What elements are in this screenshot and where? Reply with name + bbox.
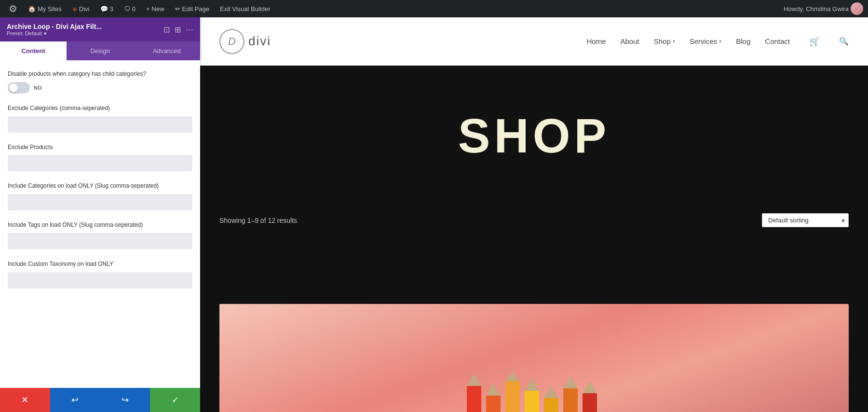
- sort-select[interactable]: Default sorting Sort by popularity Sort …: [762, 213, 849, 227]
- nav-home[interactable]: Home: [586, 37, 606, 45]
- exclude-products-input[interactable]: [8, 155, 192, 171]
- nav-contact[interactable]: Contact: [765, 37, 790, 45]
- svg-marker-10: [525, 379, 539, 391]
- my-sites-button[interactable]: 🏠 My Sites: [24, 0, 66, 17]
- svg-marker-4: [486, 384, 501, 396]
- logo-text: divi: [248, 34, 271, 49]
- exit-builder-label: Exit Visual Builder: [220, 5, 271, 13]
- toggle-no-label: NO: [34, 85, 42, 91]
- panel-preset[interactable]: Preset: Default ▾: [7, 30, 102, 37]
- admin-bar: ⚙ 🏠 My Sites ◈ Divi 💬 3 🗨 0 + New ✏ Edit…: [0, 0, 868, 17]
- site-header: D divi Home About Shop ▾ Services ▾: [200, 17, 868, 66]
- admin-bar-left: ⚙ 🏠 My Sites ◈ Divi 💬 3 🗨 0 + New ✏ Edit…: [5, 0, 784, 17]
- svg-marker-1: [467, 374, 481, 386]
- nav-shop-label: Shop: [654, 37, 671, 45]
- main-layout: Archive Loop - Divi Ajax Filt... Preset:…: [0, 17, 868, 412]
- nav-services-arrow: ▾: [719, 39, 721, 44]
- hero-section: SHOP: [200, 66, 868, 206]
- panel-header: Archive Loop - Divi Ajax Filt... Preset:…: [0, 17, 200, 41]
- toggle-wrapper: NO: [8, 82, 192, 94]
- avatar[interactable]: [851, 2, 863, 15]
- chevron-down-icon: ▾: [44, 30, 47, 37]
- user-greeting: Howdy, Christina Gwira: [784, 5, 849, 13]
- my-sites-label: My Sites: [38, 5, 62, 13]
- field-exclude-products: Exclude Products: [8, 143, 192, 172]
- svg-rect-9: [525, 391, 539, 412]
- product-image-large: •••: [219, 304, 849, 412]
- sort-wrapper: Default sorting Sort by popularity Sort …: [762, 213, 849, 227]
- shop-toolbar: Showing 1–9 of 12 results Default sortin…: [219, 206, 849, 235]
- preset-label: Preset: Default: [7, 30, 42, 36]
- nav-contact-label: Contact: [765, 37, 790, 45]
- redo-icon: ↪: [122, 395, 129, 405]
- field-include-tags-load: Include Tags on load ONLY (Slug comma-se…: [8, 221, 192, 249]
- window-icon[interactable]: ⊡: [163, 25, 170, 34]
- grid-icon[interactable]: ⊞: [175, 25, 181, 34]
- avatar-image: [851, 2, 863, 15]
- preview-area: D divi Home About Shop ▾ Services ▾: [200, 17, 868, 412]
- nav-about-label: About: [620, 37, 639, 45]
- cancel-button[interactable]: ✕: [0, 388, 50, 412]
- nav-blog-label: Blog: [736, 37, 750, 45]
- exit-builder-button[interactable]: Exit Visual Builder: [216, 0, 274, 17]
- comments-button[interactable]: 💬 3: [96, 0, 117, 17]
- exclude-categories-input[interactable]: [8, 116, 192, 133]
- svg-rect-18: [583, 393, 597, 412]
- panel-actions: ✕ ↩ ↪ ✓: [0, 388, 200, 412]
- svg-marker-7: [505, 371, 520, 381]
- save-button[interactable]: ✓: [150, 388, 200, 412]
- disable-products-toggle[interactable]: [8, 82, 30, 94]
- svg-rect-6: [505, 381, 520, 412]
- undo-button[interactable]: ↩: [50, 388, 100, 412]
- redo-button[interactable]: ↪: [100, 388, 150, 412]
- svg-rect-3: [486, 396, 501, 412]
- cart-icon[interactable]: 🛒: [809, 36, 820, 47]
- nav-services-label: Services: [690, 37, 718, 45]
- tab-design-label: Design: [90, 47, 109, 55]
- include-categories-load-input[interactable]: [8, 194, 192, 210]
- admin-bar-right: Howdy, Christina Gwira: [784, 2, 863, 15]
- search-icon[interactable]: 🔍: [839, 37, 849, 46]
- include-custom-taxonomy-input[interactable]: [8, 272, 192, 288]
- new-button[interactable]: + New: [142, 0, 168, 17]
- nav-services[interactable]: Services ▾: [690, 37, 722, 45]
- plus-icon: +: [146, 5, 150, 13]
- tab-content-label: Content: [22, 47, 45, 55]
- svg-rect-12: [544, 398, 558, 412]
- divi-button[interactable]: ◈ Divi: [68, 0, 94, 17]
- more-options-icon[interactable]: ⋯: [186, 25, 193, 34]
- svg-marker-13: [544, 386, 558, 398]
- my-sites-icon: 🏠: [28, 5, 36, 13]
- nav-home-label: Home: [586, 37, 606, 45]
- field-disable-products: Disable products when category has child…: [8, 70, 192, 94]
- shop-hero-title: SHOP: [458, 108, 610, 164]
- nav-about[interactable]: About: [620, 37, 639, 45]
- tab-advanced-label: Advanced: [153, 47, 181, 55]
- tab-design[interactable]: Design: [67, 41, 133, 60]
- field-include-categories-load-label: Include Categories on load ONLY (Slug co…: [8, 182, 192, 190]
- divi-icon: ◈: [72, 5, 77, 13]
- nav-shop-arrow: ▾: [673, 39, 675, 44]
- svg-rect-0: [467, 386, 481, 412]
- comment-bubble-button[interactable]: 🗨 0: [120, 0, 139, 17]
- cancel-icon: ✕: [21, 395, 28, 405]
- field-exclude-categories-label: Exclude Categories (comma-seperated): [8, 104, 192, 112]
- svg-marker-16: [563, 376, 578, 388]
- edit-icon: ✏: [175, 5, 180, 13]
- include-tags-load-input[interactable]: [8, 233, 192, 249]
- comment-bubble-icon: 🗨: [124, 5, 130, 13]
- edit-page-button[interactable]: ✏ Edit Page: [171, 0, 213, 17]
- divi-label: Divi: [79, 5, 90, 13]
- wp-icon: ⚙: [9, 3, 17, 14]
- site-logo[interactable]: D divi: [219, 29, 271, 54]
- nav-shop[interactable]: Shop ▾: [654, 37, 675, 45]
- field-disable-products-label: Disable products when category has child…: [8, 70, 192, 78]
- comment-icon: 💬: [100, 5, 108, 13]
- tab-advanced[interactable]: Advanced: [134, 41, 200, 60]
- tab-content[interactable]: Content: [0, 41, 67, 60]
- panel-content: Disable products when category has child…: [0, 60, 200, 388]
- field-exclude-products-label: Exclude Products: [8, 143, 192, 151]
- logo-letter: D: [228, 35, 236, 48]
- wp-logo-button[interactable]: ⚙: [5, 0, 21, 17]
- nav-blog[interactable]: Blog: [736, 37, 750, 45]
